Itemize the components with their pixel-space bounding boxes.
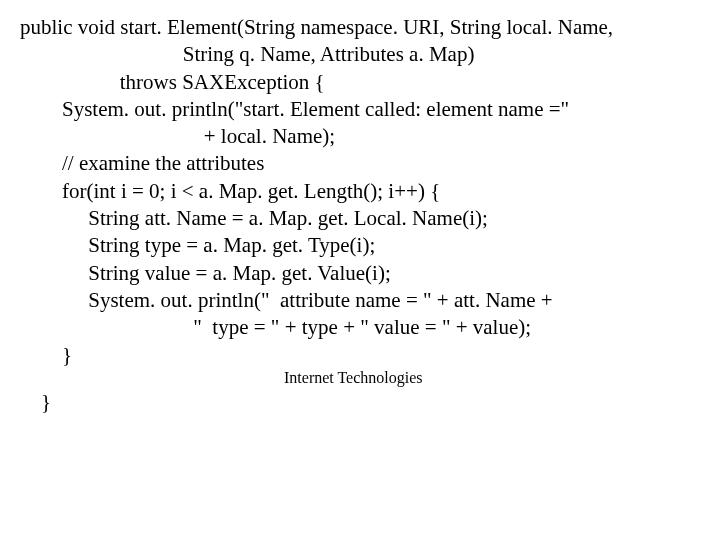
footer-text: Internet Technologies bbox=[20, 368, 720, 389]
code-line-10: for(int i = 0; i < a. Map. get. Length()… bbox=[20, 178, 720, 205]
code-line-12: String att. Name = a. Map. get. Local. N… bbox=[20, 205, 720, 232]
code-line-15: System. out. println(" attribute name = … bbox=[20, 287, 720, 314]
code-line-1: public void start. Element(String namesp… bbox=[20, 14, 720, 41]
code-line-13: String type = a. Map. get. Type(i); bbox=[20, 232, 720, 259]
code-line-5: System. out. println("start. Element cal… bbox=[20, 96, 720, 123]
code-line-16: " type = " + type + " value = " + value)… bbox=[20, 314, 720, 341]
code-line-6: + local. Name); bbox=[20, 123, 720, 150]
code-line-3: throws SAXException { bbox=[20, 69, 720, 96]
code-line-18: } bbox=[20, 389, 720, 416]
code-line-17: } bbox=[20, 342, 720, 369]
code-line-8: // examine the attributes bbox=[20, 150, 720, 177]
code-line-14: String value = a. Map. get. Value(i); bbox=[20, 260, 720, 287]
code-line-2: String q. Name, Attributes a. Map) bbox=[20, 41, 720, 68]
